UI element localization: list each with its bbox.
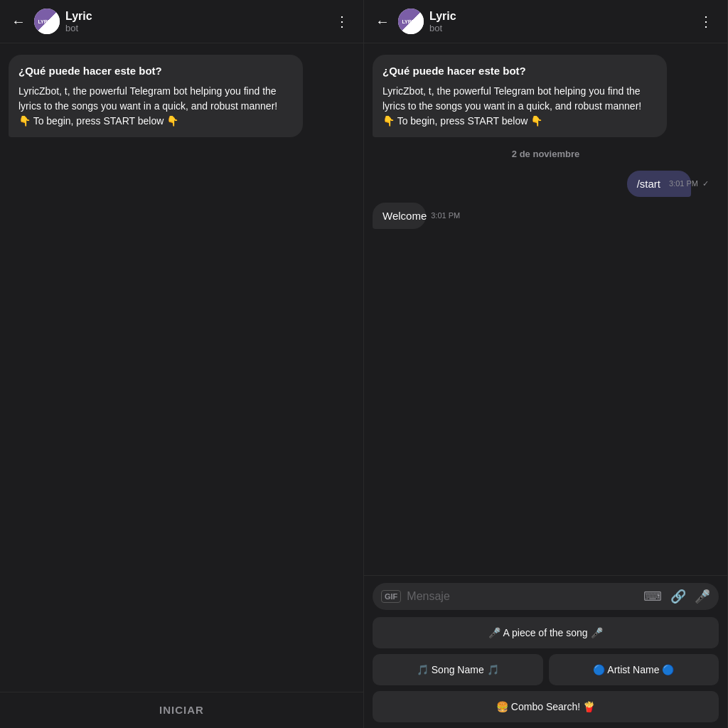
right-bot-name: Lyric: [429, 10, 696, 23]
left-bot-name: Lyric: [65, 10, 332, 23]
message-input-row: GIF Mensaje ⌨ 🔗 🎤: [373, 583, 719, 610]
iniciar-button[interactable]: INICIAR: [159, 704, 204, 716]
left-header: ← LYRICS Lyric bot ⋮: [0, 0, 363, 43]
keyboard-row-1: 🎤 A piece of the song 🎤: [373, 617, 719, 648]
bot-keyboard: 🎤 A piece of the song 🎤 🎵 Song Name 🎵 🔵 …: [373, 617, 719, 722]
user-message-check: ✓: [702, 179, 709, 188]
attachment-icon[interactable]: 🔗: [670, 589, 686, 604]
song-name-button[interactable]: 🎵 Song Name 🎵: [373, 654, 543, 685]
iniciar-bar: INICIAR: [0, 692, 363, 728]
left-menu-button[interactable]: ⋮: [332, 10, 352, 33]
welcome-bubble: Welcome 3:01 PM: [373, 203, 426, 229]
right-avatar: LYRICS: [398, 9, 424, 34]
welcome-message-row: Welcome 3:01 PM: [373, 203, 470, 229]
right-header-info: Lyric bot: [429, 10, 696, 33]
user-message-text: /start: [637, 178, 660, 190]
keyboard-icon[interactable]: ⌨: [643, 589, 662, 604]
right-header: ← LYRICS Lyric bot ⋮: [364, 0, 727, 43]
left-back-button[interactable]: ←: [11, 14, 26, 30]
right-bot-sub: bot: [429, 23, 696, 33]
user-message-row: /start 3:01 PM ✓: [627, 171, 719, 197]
right-bot-bubble: ¿Qué puede hacer este bot? LyricZbot, t,…: [373, 55, 667, 137]
mic-icon[interactable]: 🎤: [695, 589, 710, 604]
left-panel: ← LYRICS Lyric bot ⋮ ¿Qué puede hacer es…: [0, 0, 364, 728]
left-chat-area: ¿Qué puede hacer este bot? LyricZbot, t,…: [0, 43, 363, 728]
right-menu-button[interactable]: ⋮: [696, 10, 716, 33]
left-avatar: LYRICS: [34, 9, 60, 34]
artist-name-button[interactable]: 🔵 Artist Name 🔵: [549, 654, 719, 685]
date-separator: 2 de noviembre: [373, 143, 719, 165]
right-panel: ← LYRICS Lyric bot ⋮ ¿Qué puede hacer es…: [364, 0, 728, 728]
right-bubble-body: LyricZbot, t, the powerful Telegram bot …: [382, 84, 657, 129]
left-bubble-title: ¿Qué puede hacer este bot?: [18, 63, 293, 80]
right-chat-area: ¿Qué puede hacer este bot? LyricZbot, t,…: [364, 43, 727, 575]
user-bubble: /start 3:01 PM ✓: [627, 171, 692, 197]
gif-button[interactable]: GIF: [381, 590, 401, 603]
left-bot-sub: bot: [65, 23, 332, 33]
keyboard-row-3: 🍔 Combo Search! 🍟: [373, 691, 719, 722]
welcome-text: Welcome: [382, 210, 427, 222]
combo-search-button[interactable]: 🍔 Combo Search! 🍟: [373, 691, 719, 722]
left-header-info: Lyric bot: [65, 10, 332, 33]
right-input-area: GIF Mensaje ⌨ 🔗 🎤 🎤 A piece of the song …: [364, 575, 727, 728]
right-bubble-title: ¿Qué puede hacer este bot?: [382, 63, 657, 80]
left-bot-bubble: ¿Qué puede hacer este bot? LyricZbot, t,…: [9, 55, 303, 137]
message-placeholder[interactable]: Mensaje: [407, 590, 635, 603]
welcome-time: 3:01 PM: [431, 211, 460, 220]
piece-of-song-button[interactable]: 🎤 A piece of the song 🎤: [373, 617, 719, 648]
user-message-time: 3:01 PM: [669, 179, 698, 188]
keyboard-row-2: 🎵 Song Name 🎵 🔵 Artist Name 🔵: [373, 654, 719, 685]
left-bubble-body: LyricZbot, t, the powerful Telegram bot …: [18, 84, 293, 129]
right-back-button[interactable]: ←: [375, 14, 390, 30]
